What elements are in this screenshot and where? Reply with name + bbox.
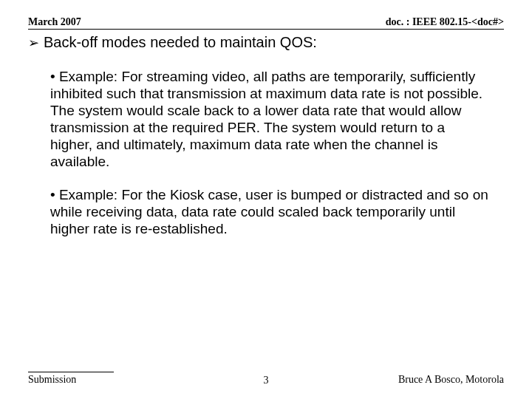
body-block: • Example: For streaming video, all path… xyxy=(28,68,504,237)
footer-rule xyxy=(28,372,114,372)
content-area: ➢ Back-off modes needed to maintain QOS:… xyxy=(28,34,504,237)
arrow-icon: ➢ xyxy=(28,35,39,51)
footer-page-number: 3 xyxy=(28,375,504,386)
footer-row: Submission 3 Bruce A Bosco, Motorola xyxy=(28,374,504,386)
header-date: March 2007 xyxy=(28,16,81,28)
footer: Submission 3 Bruce A Bosco, Motorola xyxy=(28,372,504,386)
heading-bullet: ➢ Back-off modes needed to maintain QOS: xyxy=(28,34,504,50)
header-row: March 2007 doc. : IEEE 802.15-<doc#> xyxy=(28,16,504,30)
slide-page: March 2007 doc. : IEEE 802.15-<doc#> ➢ B… xyxy=(0,0,532,399)
header-docref: doc. : IEEE 802.15-<doc#> xyxy=(386,16,504,28)
example-paragraph-1: • Example: For streaming video, all path… xyxy=(50,68,489,170)
example-paragraph-2: • Example: For the Kiosk case, user is b… xyxy=(50,186,489,237)
heading-text: Back-off modes needed to maintain QOS: xyxy=(44,34,317,50)
